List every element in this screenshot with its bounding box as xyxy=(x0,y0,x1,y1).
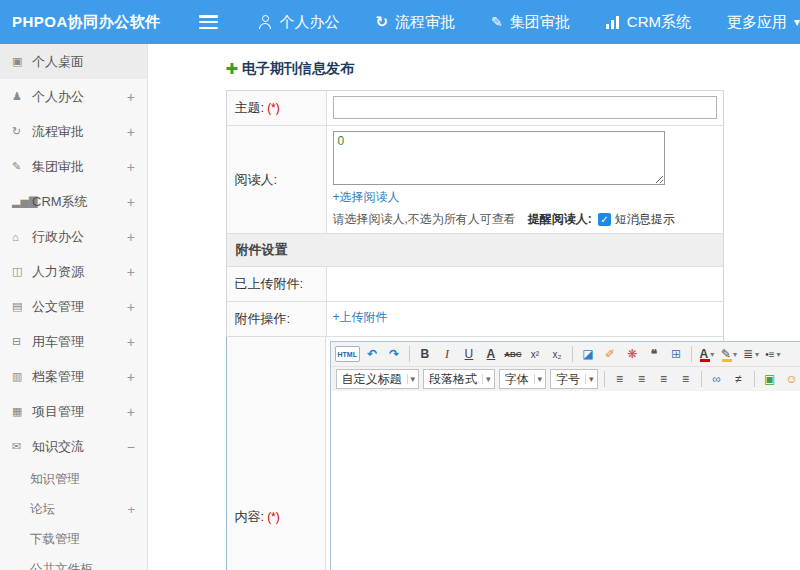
content-row: 内容: (*) HTML ↶ ↷ B I U xyxy=(227,337,723,570)
sidebar-item-project-mgmt[interactable]: ▦ 项目管理 + xyxy=(0,394,147,429)
remove-link-button[interactable]: ≠ xyxy=(729,369,749,389)
paragraph-select[interactable]: 段落格式 xyxy=(423,369,495,389)
justify-button[interactable]: ≡ xyxy=(676,369,696,389)
expand-toggle-icon[interactable]: + xyxy=(127,369,135,385)
page-title-text: 电子期刊信息发布 xyxy=(242,60,354,78)
format-brush-button[interactable]: ✐ xyxy=(600,344,620,364)
font-name-button[interactable]: A xyxy=(481,344,501,364)
readers-label: 阅读人: xyxy=(227,126,327,233)
sidebar-subitem-knowledge-mgmt[interactable]: 知识管理 xyxy=(0,464,147,494)
top-bar: PHPOA协同办公软件 个人办公 流程审批 集团审批 xyxy=(0,0,800,44)
sidebar-item-vehicle-mgmt[interactable]: ⊟ 用车管理 + xyxy=(0,324,147,359)
expand-toggle-icon[interactable]: + xyxy=(127,229,135,245)
heading-select[interactable]: 自定义标题 xyxy=(336,369,420,389)
remind-readers-label: 提醒阅读人: xyxy=(528,211,592,228)
expand-toggle-icon[interactable]: + xyxy=(127,159,135,175)
sidebar-item-label: 档案管理 xyxy=(32,368,127,386)
sidebar-subitem-label: 下载管理 xyxy=(30,531,135,548)
expand-toggle-icon[interactable]: + xyxy=(127,502,135,517)
sidebar-item-icon: ↻ xyxy=(12,125,32,138)
attachment-section-header: 附件设置 xyxy=(227,234,723,267)
app-title: PHPOA协同办公软件 xyxy=(0,13,199,32)
editor-content-area[interactable] xyxy=(331,391,800,570)
sidebar-item-personal-office[interactable]: ♟ 个人办公 + xyxy=(0,79,147,114)
font-color-button[interactable]: A xyxy=(697,344,717,364)
editor-toolbar-row1: HTML ↶ ↷ B I U A ABC x² x₂ xyxy=(331,342,800,367)
select-readers-link[interactable]: +选择阅读人 xyxy=(333,189,400,206)
nav-more-apps[interactable]: 更多应用 xyxy=(727,13,800,32)
expand-toggle-icon[interactable]: + xyxy=(127,299,135,315)
insert-image-button[interactable]: ▣ xyxy=(760,369,780,389)
nav-crm-system[interactable]: CRM系统 xyxy=(606,13,691,32)
redo-button[interactable]: ↷ xyxy=(384,344,404,364)
sidebar-item-archive-mgmt[interactable]: ▥ 档案管理 + xyxy=(0,359,147,394)
strikethrough-button[interactable]: ABC xyxy=(503,344,523,364)
insert-emotion-button[interactable]: ☺ xyxy=(782,369,800,389)
sidebar-item-hr[interactable]: ◫ 人力资源 + xyxy=(0,254,147,289)
sidebar-item-icon: ♟ xyxy=(12,90,32,103)
sidebar-subitem-label: 论坛 xyxy=(30,501,127,518)
sidebar-item-icon: ✎ xyxy=(12,160,32,173)
eraser-button[interactable]: ◪ xyxy=(578,344,598,364)
sidebar-item-icon: ▤ xyxy=(12,300,32,313)
underline-button[interactable]: U xyxy=(459,344,479,364)
upload-attachment-link[interactable]: +上传附件 xyxy=(333,309,388,326)
align-left-button[interactable]: ≡ xyxy=(610,369,630,389)
ordered-list-button[interactable]: ≣ xyxy=(741,344,761,364)
size-select[interactable]: 字号 xyxy=(550,369,598,389)
sidebar-item-label: 个人办公 xyxy=(32,88,127,106)
expand-toggle-icon[interactable]: + xyxy=(127,334,135,350)
readers-row: 阅读人: 0 +选择阅读人 请选择阅读人,不选为所有人可查看 提醒阅读人: 短消… xyxy=(227,126,723,234)
blockquote-button[interactable]: ❝ xyxy=(644,344,664,364)
align-right-button[interactable]: ≡ xyxy=(654,369,674,389)
sidebar-item-icon: ⌂ xyxy=(12,231,32,243)
sidebar-item-document-mgmt[interactable]: ▤ 公文管理 + xyxy=(0,289,147,324)
expand-toggle-icon[interactable]: + xyxy=(127,404,135,420)
sidebar-item-group-approval[interactable]: ✎ 集团审批 + xyxy=(0,149,147,184)
sidebar-item-label: CRM系统 xyxy=(32,193,127,211)
sidebar-item-icon: ◫ xyxy=(12,265,32,278)
sidebar-subitem-public-cabinet[interactable]: 公共文件柜 xyxy=(0,554,147,570)
sidebar-subitem-forum[interactable]: 论坛 + xyxy=(0,494,147,524)
sidebar-subitem-label: 公共文件柜 xyxy=(30,561,135,570)
expand-toggle-icon[interactable]: + xyxy=(127,194,135,210)
nav-personal-office[interactable]: 个人办公 xyxy=(258,13,339,32)
sidebar-item-admin-office[interactable]: ⌂ 行政办公 + xyxy=(0,219,147,254)
expand-toggle-icon[interactable]: + xyxy=(127,89,135,105)
sidebar-item-personal-desktop[interactable]: ▣ 个人桌面 xyxy=(0,44,147,79)
menu-toggle-icon[interactable] xyxy=(199,15,219,29)
attachment-actions-label: 附件操作: xyxy=(227,302,327,336)
table-button[interactable]: ⊞ xyxy=(666,344,686,364)
nav-group-approval[interactable]: 集团审批 xyxy=(491,13,570,32)
nav-process-approval[interactable]: 流程审批 xyxy=(375,13,455,32)
sidebar-item-icon: ▦ xyxy=(12,405,32,418)
sms-checkbox[interactable] xyxy=(598,213,611,226)
italic-button[interactable]: I xyxy=(437,344,457,364)
sidebar-item-crm-system[interactable]: ▂▅▇ CRM系统 + xyxy=(0,184,147,219)
undo-button[interactable]: ↶ xyxy=(362,344,382,364)
clear-format-button[interactable]: ❋ xyxy=(622,344,642,364)
insert-link-button[interactable]: ∞ xyxy=(707,369,727,389)
expand-toggle-icon[interactable]: − xyxy=(127,439,135,455)
superscript-button[interactable]: x² xyxy=(525,344,545,364)
unordered-list-button[interactable]: •≡ xyxy=(763,344,783,364)
sidebar-item-label: 用车管理 xyxy=(32,333,127,351)
subscript-button[interactable]: x₂ xyxy=(547,344,567,364)
sidebar-item-icon: ✉ xyxy=(12,440,32,453)
sidebar-item-label: 集团审批 xyxy=(32,158,127,176)
sidebar-item-label: 行政办公 xyxy=(32,228,127,246)
readers-textarea[interactable]: 0 xyxy=(333,131,665,185)
expand-toggle-icon[interactable]: + xyxy=(127,124,135,140)
sidebar-subitem-download-mgmt[interactable]: 下载管理 xyxy=(0,524,147,554)
font-select[interactable]: 字体 xyxy=(499,369,547,389)
sidebar-item-process-approval[interactable]: ↻ 流程审批 + xyxy=(0,114,147,149)
expand-toggle-icon[interactable]: + xyxy=(127,264,135,280)
sidebar-item-label: 知识交流 xyxy=(32,438,127,456)
sidebar-item-knowledge-exchange[interactable]: ✉ 知识交流 − xyxy=(0,429,147,464)
subject-input[interactable] xyxy=(333,96,717,119)
bold-button[interactable]: B xyxy=(415,344,435,364)
source-code-button[interactable]: HTML xyxy=(335,346,360,362)
highlight-color-button[interactable]: ✎ xyxy=(719,344,739,364)
attachment-actions-row: 附件操作: +上传附件 xyxy=(227,302,723,337)
align-center-button[interactable]: ≡ xyxy=(632,369,652,389)
